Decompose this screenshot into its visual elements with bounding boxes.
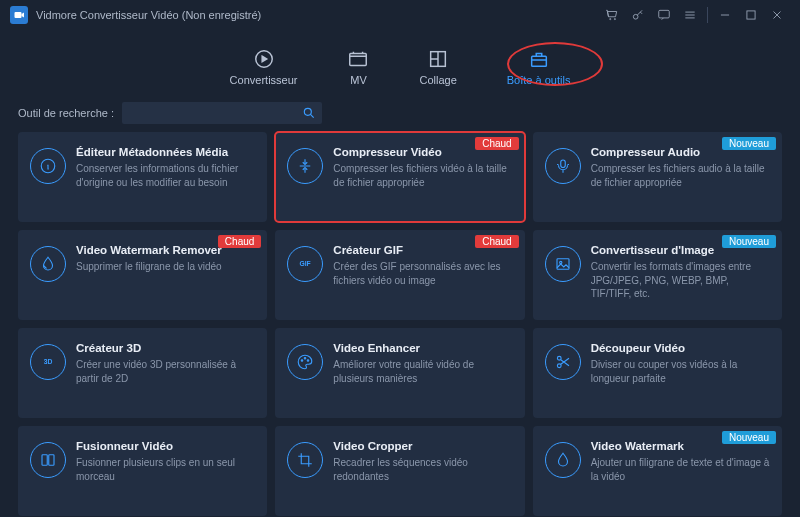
minimize-icon[interactable] (712, 2, 738, 28)
tool-card[interactable]: NouveauConvertisseur d'ImageConvertir le… (533, 230, 782, 320)
svg-point-19 (557, 364, 561, 368)
badge-new: Nouveau (722, 235, 776, 248)
card-body: Compresseur AudioCompresser les fichiers… (591, 146, 770, 210)
badge-hot: Chaud (475, 235, 518, 248)
card-desc: Convertir les formats d'images entre JPG… (591, 260, 770, 301)
card-title: Découpeur Vidéo (591, 342, 770, 354)
collage-icon (427, 48, 449, 70)
tool-card[interactable]: 3DCréateur 3DCréer une vidéo 3D personna… (18, 328, 267, 418)
badge-new: Nouveau (722, 137, 776, 150)
svg-rect-7 (531, 56, 546, 66)
svg-rect-0 (15, 12, 22, 18)
svg-text:3D: 3D (44, 358, 53, 365)
svg-point-17 (308, 360, 310, 362)
svg-point-16 (305, 358, 307, 360)
svg-rect-12 (557, 259, 569, 270)
card-desc: Compresser les fichiers audio à la taill… (591, 162, 770, 189)
app-title: Vidmore Convertisseur Vidéo (Non enregis… (36, 9, 261, 21)
card-body: Video Watermark RemoverSupprimer le fili… (76, 244, 255, 308)
search-field[interactable] (122, 102, 322, 124)
nav-label: Boîte à outils (507, 74, 571, 86)
tool-card[interactable]: NouveauVideo WatermarkAjouter un filigra… (533, 426, 782, 516)
app-logo-icon (10, 6, 28, 24)
card-desc: Créer une vidéo 3D personnalisée à parti… (76, 358, 255, 385)
svg-rect-10 (560, 160, 565, 168)
nav-collage[interactable]: Collage (419, 48, 456, 92)
compress-icon (287, 148, 323, 184)
watermark-icon (545, 442, 581, 478)
cart-icon[interactable] (599, 2, 625, 28)
crop-icon (287, 442, 323, 478)
card-body: Découpeur VidéoDiviser ou couper vos vid… (591, 342, 770, 406)
search-input[interactable] (128, 107, 302, 119)
tool-card[interactable]: Fusionneur VidéoFusionner plusieurs clip… (18, 426, 267, 516)
svg-rect-21 (49, 455, 54, 466)
tool-card[interactable]: ChaudGIFCréateur GIFCréer des GIF person… (275, 230, 524, 320)
gif-icon: GIF (287, 246, 323, 282)
nav-mv[interactable]: MV (347, 48, 369, 92)
tool-card[interactable]: Éditeur Métadonnées MédiaConserver les i… (18, 132, 267, 222)
card-desc: Diviser ou couper vos vidéos à la longue… (591, 358, 770, 385)
card-body: Éditeur Métadonnées MédiaConserver les i… (76, 146, 255, 210)
svg-text:GIF: GIF (300, 260, 311, 267)
card-desc: Fusionner plusieurs clips en un seul mor… (76, 456, 255, 483)
maximize-icon[interactable] (738, 2, 764, 28)
nav-toolbox[interactable]: Boîte à outils (507, 48, 571, 92)
tool-card[interactable]: Découpeur VidéoDiviser ou couper vos vid… (533, 328, 782, 418)
card-desc: Ajouter un filigrane de texte et d'image… (591, 456, 770, 483)
key-icon[interactable] (625, 2, 651, 28)
card-desc: Améliorer votre qualité vidéo de plusieu… (333, 358, 512, 385)
svg-rect-20 (42, 455, 47, 466)
card-desc: Créer des GIF personnalisés avec les fic… (333, 260, 512, 287)
card-title: Éditeur Métadonnées Média (76, 146, 255, 158)
search-icon[interactable] (302, 106, 316, 120)
toolbox-icon (528, 48, 550, 70)
card-title: Créateur 3D (76, 342, 255, 354)
nav-label: MV (350, 74, 367, 86)
card-body: Convertisseur d'ImageConvertir les forma… (591, 244, 770, 308)
nav-converter[interactable]: Convertisseur (230, 48, 298, 92)
card-body: Video WatermarkAjouter un filigrane de t… (591, 440, 770, 504)
tool-grid: Éditeur Métadonnées MédiaConserver les i… (0, 132, 800, 517)
svg-rect-5 (350, 54, 367, 66)
divider (707, 7, 708, 23)
palette-icon (287, 344, 323, 380)
3d-icon: 3D (30, 344, 66, 380)
feedback-icon[interactable] (651, 2, 677, 28)
tool-card[interactable]: ChaudVideo Watermark RemoverSupprimer le… (18, 230, 267, 320)
tool-card[interactable]: ChaudCompresseur VidéoCompresser les fic… (275, 132, 524, 222)
audio-icon (545, 148, 581, 184)
card-body: Compresseur VidéoCompresser les fichiers… (333, 146, 512, 210)
titlebar: Vidmore Convertisseur Vidéo (Non enregis… (0, 0, 800, 30)
merge-icon (30, 442, 66, 478)
card-desc: Supprimer le filigrane de la vidéo (76, 260, 255, 274)
svg-point-8 (304, 108, 311, 115)
search-bar: Outil de recherche : (18, 102, 782, 124)
card-body: Video EnhancerAméliorer votre qualité vi… (333, 342, 512, 406)
card-body: Créateur 3DCréer une vidéo 3D personnali… (76, 342, 255, 406)
scissors-icon (545, 344, 581, 380)
badge-hot: Chaud (475, 137, 518, 150)
image-icon (545, 246, 581, 282)
info-icon (30, 148, 66, 184)
svg-point-1 (633, 14, 638, 19)
close-icon[interactable] (764, 2, 790, 28)
tool-card[interactable]: NouveauCompresseur AudioCompresser les f… (533, 132, 782, 222)
menu-icon[interactable] (677, 2, 703, 28)
tool-card[interactable]: Video EnhancerAméliorer votre qualité vi… (275, 328, 524, 418)
top-nav: Convertisseur MV Collage Boîte à outils (0, 30, 800, 92)
svg-rect-3 (747, 11, 755, 19)
card-title: Fusionneur Vidéo (76, 440, 255, 452)
card-body: Video CropperRecadrer les séquences vidé… (333, 440, 512, 504)
card-title: Video Enhancer (333, 342, 512, 354)
badge-hot: Chaud (218, 235, 261, 248)
svg-point-15 (302, 360, 304, 362)
card-desc: Conserver les informations du fichier d'… (76, 162, 255, 189)
nav-label: Convertisseur (230, 74, 298, 86)
card-body: Créateur GIFCréer des GIF personnalisés … (333, 244, 512, 308)
badge-new: Nouveau (722, 431, 776, 444)
card-desc: Compresser les fichiers vidéo à la taill… (333, 162, 512, 189)
converter-icon (253, 48, 275, 70)
drop-icon (30, 246, 66, 282)
tool-card[interactable]: Video CropperRecadrer les séquences vidé… (275, 426, 524, 516)
